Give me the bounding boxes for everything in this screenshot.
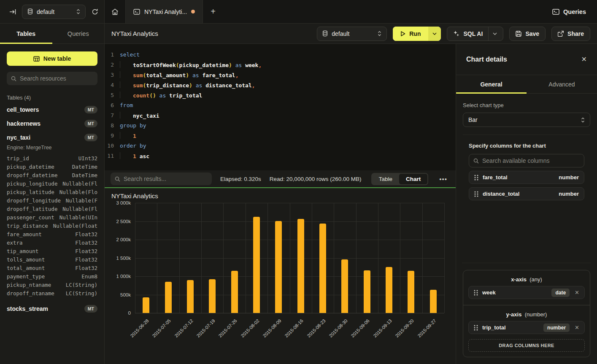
queries-icon (552, 9, 559, 15)
bar (231, 271, 238, 313)
sidebar-tab-tables[interactable]: Tables (0, 24, 52, 43)
gridline-v (312, 203, 312, 313)
sql-editor[interactable]: 1select2toStartOfWeek(pickup_datetime) a… (105, 44, 456, 170)
bar (430, 290, 437, 313)
elapsed-stat: Elapsed: 0.320s (220, 176, 261, 182)
drop-zone[interactable]: DRAG COLUMNS HERE (468, 339, 585, 352)
view-toggle-table[interactable]: Table (372, 174, 399, 184)
drag-handle-icon[interactable] (474, 290, 478, 296)
table-name: cell_towers (7, 106, 39, 113)
line-number: 2 (105, 62, 120, 68)
new-table-button[interactable]: New table (7, 51, 97, 66)
x-axis-chip[interactable]: weekdate✕ (468, 286, 585, 299)
line-number: 5 (105, 92, 120, 98)
x-tick-label: 2015-09-06 (350, 318, 370, 338)
x-tick-label: 2015-09-13 (372, 318, 392, 338)
chart-type-label: Select chart type (463, 102, 590, 108)
drag-handle-icon[interactable] (474, 175, 478, 181)
column-name: fare_amount (7, 231, 42, 237)
drag-handle-icon[interactable] (474, 191, 478, 197)
code-text: sum(trip_distance) as distance_total, (120, 81, 255, 89)
query-toolbar: NYTaxi Analytics default Run (105, 24, 597, 44)
engine-badge: MT (84, 106, 97, 113)
remove-icon[interactable]: ✕ (575, 324, 579, 331)
column-row: pickup_longitudeNullable(Fl (7, 179, 97, 188)
gridline-v (290, 203, 290, 313)
sql-ai-caret[interactable] (488, 27, 497, 40)
tab-nytaxi-analytics[interactable]: NYTaxi Analyti... (126, 0, 203, 23)
column-row: pickup_ntanameLC(String) (7, 280, 97, 289)
table-name: stocks_stream (7, 305, 48, 312)
column-row: extraFloat32 (7, 238, 97, 247)
y-axis-chip[interactable]: trip_totalnumber✕ (468, 321, 585, 334)
column-name: pickup_datetime (7, 164, 54, 170)
more-options-icon[interactable]: ••• (437, 175, 450, 183)
axis-card: x-axis (any) weekdate✕ y-axis (number) t… (463, 270, 590, 357)
run-button[interactable]: Run (393, 27, 441, 41)
drag-handle-icon[interactable] (474, 325, 478, 331)
line-number: 10 (105, 143, 120, 149)
queries-button[interactable]: Queries (541, 0, 597, 23)
table-row[interactable]: cell_towersMT (7, 102, 97, 116)
code-text: 1 asc (120, 152, 149, 159)
table-row[interactable]: nyc_taxiMT (7, 130, 97, 144)
chip-name: week (482, 289, 547, 296)
x-tick-label: 2015-06-28 (129, 318, 149, 338)
code-line: 91 (105, 130, 456, 140)
toolbar-database-selector[interactable]: default (317, 27, 387, 41)
code-text: nyc_taxi (120, 112, 159, 119)
y-axis-header: y-axis (number) (468, 311, 585, 318)
close-icon[interactable]: ✕ (581, 55, 587, 63)
home-button[interactable] (105, 0, 126, 23)
share-button[interactable]: Share (551, 27, 590, 41)
bar (341, 259, 348, 313)
table-row[interactable]: stocks_streamMT (7, 302, 97, 315)
view-toggle-chart[interactable]: Chart (399, 174, 427, 184)
bar (319, 224, 326, 313)
column-name: dropoff_longitude (7, 197, 61, 204)
run-options-caret[interactable] (428, 27, 441, 41)
new-tab-button[interactable]: + (203, 0, 223, 23)
sidebar-tab-queries[interactable]: Queries (52, 24, 105, 43)
unsaved-dot (191, 10, 195, 13)
database-selector[interactable]: default (22, 5, 86, 19)
table-row[interactable]: hackernewsMT (7, 116, 97, 130)
columns-search-input[interactable] (482, 157, 580, 164)
save-icon (516, 31, 521, 37)
sql-ai-button[interactable]: SQL AI (447, 27, 503, 41)
column-type: Enum8 (81, 273, 97, 280)
results-search[interactable] (111, 173, 212, 185)
available-column-chip[interactable]: fare_totalnumber (469, 171, 584, 184)
resource-search[interactable] (7, 72, 97, 85)
column-name: payment_type (7, 273, 45, 280)
results-search-input[interactable] (124, 175, 208, 182)
refresh-icon[interactable] (92, 8, 98, 15)
gridline-v (201, 203, 202, 313)
bar (364, 270, 370, 313)
code-text: order by (120, 143, 146, 149)
topbar: default NYTaxi Analyti... + Queries (0, 0, 597, 24)
column-type: Nullable(Float (53, 223, 97, 229)
tab-advanced[interactable]: Advanced (527, 75, 597, 93)
tab-general[interactable]: General (456, 75, 527, 93)
database-value: default (37, 8, 54, 15)
remove-icon[interactable]: ✕ (575, 289, 579, 296)
bar (408, 271, 414, 313)
save-button[interactable]: Save (509, 27, 546, 41)
code-line: 2toStartOfWeek(pickup_datetime) as week, (105, 59, 456, 70)
column-row: dropoff_datetimeDateTime (7, 171, 97, 179)
resource-search-input[interactable] (20, 75, 93, 82)
collapse-sidebar-icon[interactable] (9, 9, 16, 15)
x-tick-label: 2015-07-05 (151, 318, 172, 338)
gridline-v (422, 203, 423, 313)
x-tick-label: 2015-09-20 (394, 318, 415, 338)
code-line: 111 asc (105, 151, 456, 161)
columns-search[interactable] (469, 154, 584, 167)
column-name: tolls_amount (7, 256, 45, 263)
chip-type: number (543, 324, 570, 332)
column-name: tip_amount (7, 248, 38, 254)
x-tick-label: 2015-08-16 (284, 318, 304, 338)
share-icon (558, 31, 564, 37)
chart-type-select[interactable]: Bar (463, 113, 590, 127)
available-column-chip[interactable]: distance_totalnumber (469, 187, 584, 200)
